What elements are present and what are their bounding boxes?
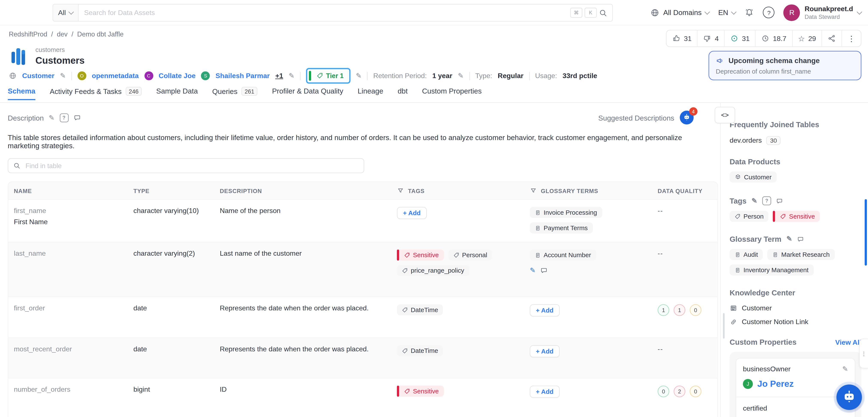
notifications-bell-icon[interactable] — [745, 8, 754, 17]
edit-owners-icon[interactable]: ✎ — [289, 72, 294, 79]
domains-selector[interactable]: All Domains — [651, 8, 709, 17]
downvote-button[interactable]: 4 — [698, 30, 725, 46]
glossary-chip[interactable]: Payment Terms — [530, 222, 593, 234]
edit-glossary-icon[interactable]: ✎ — [786, 236, 792, 243]
tag-chip[interactable]: price_range_policy — [397, 265, 469, 276]
quality-success-count[interactable]: 1 — [658, 304, 669, 316]
comments-icon[interactable] — [540, 267, 548, 275]
share-button[interactable] — [822, 30, 842, 46]
knowledge-article-item[interactable]: Customer — [730, 304, 861, 312]
knowledge-link-item[interactable]: Customer Notion Link — [730, 318, 861, 326]
tab-lineage[interactable]: Lineage — [358, 87, 383, 99]
tab-dbt[interactable]: dbt — [398, 87, 408, 99]
edit-property-icon[interactable]: ✎ — [842, 365, 848, 373]
search-input[interactable] — [79, 9, 570, 17]
tag-chip[interactable]: DateTime — [397, 304, 443, 316]
col-data-quality: DATA QUALITY — [652, 187, 717, 194]
quality-success-count[interactable]: 0 — [658, 386, 669, 397]
owner-link[interactable]: Collate Joe — [159, 72, 195, 79]
tag-chip-sensitive[interactable]: Sensitive — [397, 386, 444, 397]
breadcrumb-service[interactable]: RedshiftProd — [9, 30, 47, 38]
star-icon: ☆ — [798, 34, 805, 43]
tag-chip[interactable]: Personal — [448, 250, 492, 261]
tag-chip[interactable]: DateTime — [397, 345, 443, 356]
quality-failed-count[interactable]: 1 — [674, 304, 685, 316]
tag-chip-sensitive[interactable]: Sensitive — [397, 250, 444, 261]
tab-queries[interactable]: Queries261 — [212, 87, 258, 100]
announcement-card[interactable]: Upcoming schema change Deprecation of co… — [709, 51, 861, 80]
language-value: EN — [718, 8, 728, 17]
ai-suggestions-button[interactable]: 4 — [680, 111, 694, 125]
glossary-chip[interactable]: Account Number — [530, 250, 596, 261]
star-button[interactable]: ☆ 29 — [793, 30, 822, 46]
help-icon[interactable]: ? — [763, 7, 775, 18]
breadcrumb-schema[interactable]: Demo dbt Jaffle — [77, 30, 124, 38]
glossary-chip[interactable]: Market Research — [767, 249, 835, 260]
glossary-chip[interactable]: Inventory Management — [730, 264, 813, 276]
find-in-table-input[interactable] — [24, 161, 359, 170]
edit-glossary-icon[interactable]: ✎ — [530, 267, 535, 274]
owner-link[interactable]: Shailesh Parmar — [216, 72, 270, 79]
comments-icon[interactable] — [797, 236, 804, 243]
tab-sample-data[interactable]: Sample Data — [156, 87, 198, 99]
collapsed-widget-tab[interactable]: ⋮ — [859, 339, 868, 368]
tab-profiler[interactable]: Profiler & Data Quality — [272, 87, 343, 99]
search-icon[interactable] — [599, 8, 608, 17]
glossary-chip[interactable]: Audit — [730, 249, 763, 260]
quality-aborted-count[interactable]: 0 — [690, 386, 702, 397]
add-glossary-button[interactable]: + Add — [530, 345, 560, 357]
scrollbar-thumb[interactable] — [865, 199, 867, 265]
freshness-indicator[interactable]: 18.7 — [756, 30, 793, 46]
filter-icon[interactable] — [397, 187, 404, 194]
chat-assistant-button[interactable] — [836, 384, 862, 410]
frequently-joined-title: Frequently Joined Tables — [730, 121, 861, 129]
filter-icon[interactable] — [530, 187, 537, 194]
owners-more-link[interactable]: +1 — [275, 72, 283, 79]
tab-activity-feeds[interactable]: Activity Feeds & Tasks246 — [50, 87, 142, 100]
tab-custom-properties[interactable]: Custom Properties — [422, 87, 482, 99]
user-menu[interactable]: R Rounakpreet.d Data Steward — [784, 4, 861, 21]
comments-icon[interactable] — [73, 114, 81, 122]
edit-domain-icon[interactable]: ✎ — [60, 72, 66, 79]
announcement-title: Upcoming schema change — [728, 56, 820, 65]
table-row: most_recent_order date Represents the da… — [8, 338, 717, 378]
joined-table-item[interactable]: dev.orders 30 — [730, 136, 861, 145]
view-all-link[interactable]: View All — [835, 338, 861, 346]
column-description: Represents the date when the order was p… — [214, 338, 391, 378]
edit-description-icon[interactable]: ✎ — [49, 114, 55, 121]
request-tags-icon[interactable]: ? — [762, 196, 771, 205]
find-in-table[interactable] — [8, 158, 364, 173]
user-avatar: R — [784, 4, 800, 21]
tag-chip[interactable]: Person — [730, 211, 769, 222]
add-glossary-button[interactable]: + Add — [530, 304, 560, 317]
global-search[interactable]: All ⌘ K — [53, 4, 613, 22]
panel-resize-handle[interactable] — [723, 313, 724, 339]
property-owner-link[interactable]: Jo Perez — [757, 379, 794, 389]
column-name: last_name — [14, 250, 123, 257]
quality-failed-count[interactable]: 2 — [674, 386, 685, 397]
more-actions-button[interactable]: ⋮ — [842, 30, 861, 46]
edit-tier-icon[interactable]: ✎ — [356, 72, 362, 79]
entity-display-name: Customers — [35, 55, 85, 66]
edit-tags-icon[interactable]: ✎ — [751, 197, 757, 204]
tier-chip[interactable]: Tier 1 — [306, 68, 350, 84]
request-description-icon[interactable]: ? — [59, 114, 68, 122]
owner-link[interactable]: openmetadata — [92, 72, 139, 79]
breadcrumb-database[interactable]: dev — [57, 30, 68, 38]
tab-schema[interactable]: Schema — [8, 87, 35, 99]
joined-table-link[interactable]: dev.orders — [730, 137, 762, 145]
quality-aborted-count[interactable]: 0 — [690, 304, 702, 316]
add-tag-button[interactable]: + Add — [397, 207, 427, 219]
add-glossary-button[interactable]: + Add — [530, 386, 560, 398]
tag-chip-sensitive[interactable]: Sensitive — [773, 211, 820, 222]
comments-icon[interactable] — [776, 197, 783, 204]
edit-retention-icon[interactable]: ✎ — [458, 72, 464, 79]
search-scope-select[interactable]: All — [53, 4, 79, 21]
upvote-button[interactable]: 31 — [667, 30, 698, 46]
glossary-chip[interactable]: Invoice Processing — [530, 207, 602, 218]
collapse-panel-code-button[interactable]: <> — [715, 107, 735, 123]
language-selector[interactable]: EN — [718, 8, 736, 17]
watch-button[interactable]: 31 — [725, 30, 756, 46]
domain-link[interactable]: Customer — [22, 72, 54, 79]
data-product-chip[interactable]: Customer — [730, 171, 777, 183]
